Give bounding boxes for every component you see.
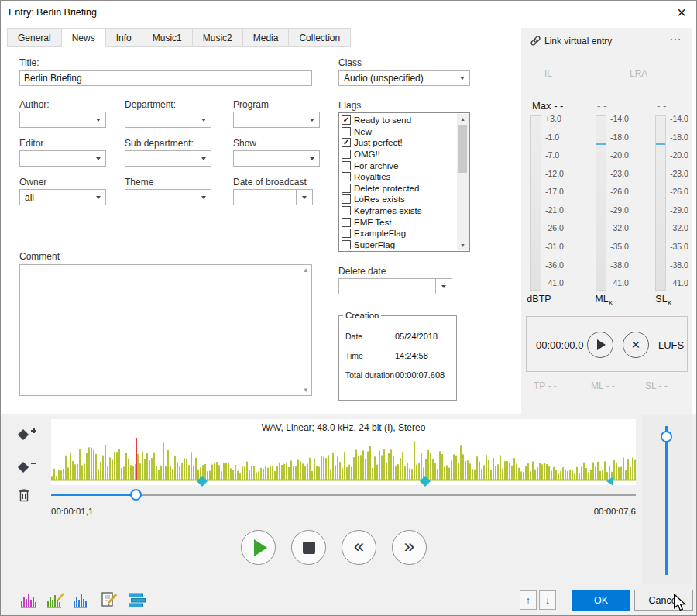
field-program: Program <box>233 99 335 128</box>
skip-back-button[interactable]: « <box>342 530 376 565</box>
waveform-magenta-icon[interactable] <box>19 590 39 611</box>
flag-item-royalties[interactable]: Royalties <box>342 171 456 183</box>
delete-date-dropdown-button[interactable] <box>436 278 452 294</box>
playhead-marker[interactable] <box>136 438 137 480</box>
field-combo-program[interactable] <box>233 112 320 128</box>
chevron-down-icon <box>96 157 101 160</box>
checkbox-unchecked[interactable] <box>342 240 351 249</box>
footer-bar: ↑ ↓ OK Cancel <box>1 586 697 616</box>
move-down-button[interactable]: ↓ <box>539 590 556 610</box>
scroll-down-icon[interactable]: ▼ <box>303 387 309 394</box>
field-label-program: Program <box>233 99 335 112</box>
scroll-down-icon[interactable]: ▼ <box>457 240 469 250</box>
field-combo-editor[interactable] <box>19 150 106 167</box>
edit-text-icon[interactable] <box>100 590 120 611</box>
checkbox-unchecked[interactable] <box>342 194 351 204</box>
scroll-up-icon[interactable]: ▲ <box>457 114 469 124</box>
flag-item-just-perfect[interactable]: ✓Just perfect! <box>342 137 456 149</box>
trash-icon <box>18 488 30 502</box>
checkbox-unchecked[interactable] <box>342 184 351 193</box>
ok-button[interactable]: OK <box>572 590 630 611</box>
field-input-date-of-broadcast[interactable] <box>233 189 297 205</box>
waveform-blue-icon[interactable] <box>72 590 92 611</box>
flags-label: Flags <box>338 100 361 111</box>
field-label-sub-department: Sub department: <box>125 138 227 150</box>
field-dropdown-button-date-of-broadcast[interactable] <box>297 189 313 205</box>
more-menu-icon[interactable]: … <box>669 29 682 43</box>
sl-value: SL - - <box>645 380 668 391</box>
delete-markers-button[interactable] <box>18 488 41 504</box>
checkbox-unchecked[interactable] <box>342 161 351 170</box>
ml-value: ML - - <box>591 380 615 391</box>
plus-icon <box>31 428 37 434</box>
meter-unit-label: SLK <box>649 294 678 307</box>
field-combo-show[interactable] <box>233 150 320 167</box>
move-up-button[interactable]: ↑ <box>520 590 537 610</box>
scroll-up-icon[interactable]: ▲ <box>303 267 309 274</box>
flag-item-emf-test[interactable]: EMF Test <box>342 216 456 228</box>
flag-item-keyframes-exists[interactable]: Keyframes exists <box>342 205 456 217</box>
delete-date-input[interactable] <box>338 278 436 294</box>
position-slider[interactable] <box>51 489 636 501</box>
creation-row-label: Total duration <box>345 370 395 380</box>
flags-scrollbar[interactable]: ▲ ▼ <box>457 114 469 250</box>
flag-label: New <box>354 127 372 136</box>
remove-marker-button[interactable] <box>18 460 41 474</box>
tab-general[interactable]: General <box>7 28 62 47</box>
slider-thumb[interactable] <box>130 489 142 501</box>
chevron-down-icon <box>96 196 101 199</box>
flag-item-ready-to-send[interactable]: ✓Ready to send <box>342 115 456 126</box>
checkbox-checked[interactable]: ✓ <box>342 138 351 147</box>
meter-tick: -36.0 <box>545 260 564 270</box>
skip-forward-button[interactable]: » <box>392 530 427 565</box>
checkbox-unchecked[interactable] <box>342 206 351 215</box>
field-combo-theme[interactable] <box>125 189 211 205</box>
add-marker-button[interactable] <box>18 428 41 442</box>
checkbox-unchecked[interactable] <box>342 172 351 181</box>
field-combo-owner[interactable]: all <box>19 189 106 205</box>
scrollbar-thumb[interactable] <box>458 125 467 173</box>
flag-item-delete-protected[interactable]: Delete protected <box>342 183 456 194</box>
flag-item-omg[interactable]: OMG!! <box>342 149 456 160</box>
waveform-display[interactable]: WAV, Linear; 48.0 kHz, 24 bit (I), Stere… <box>51 419 636 485</box>
checkbox-unchecked[interactable] <box>342 127 351 136</box>
comment-input[interactable] <box>19 264 312 396</box>
volume-slider-thumb[interactable] <box>661 431 672 442</box>
close-icon[interactable]: × <box>671 2 692 22</box>
class-combo[interactable]: Audio (unspecified) <box>338 70 470 86</box>
chevron-down-icon <box>96 119 101 122</box>
stop-button[interactable] <box>291 530 326 565</box>
field-combo-sub-department[interactable] <box>125 150 211 167</box>
tab-collection[interactable]: Collection <box>289 28 351 47</box>
link-virtual-entry-label[interactable]: Link virtual entry <box>544 36 612 46</box>
creation-row-value: 00:00:07.608 <box>395 370 445 380</box>
tab-info[interactable]: Info <box>106 28 142 47</box>
measure-cancel-button[interactable]: × <box>623 332 649 358</box>
play-button[interactable] <box>241 530 276 565</box>
checkbox-unchecked[interactable] <box>342 150 351 159</box>
tab-news[interactable]: News <box>62 28 106 47</box>
flag-item-for-archive[interactable]: For archive <box>342 160 456 171</box>
field-combo-department[interactable] <box>125 112 211 128</box>
tab-music2[interactable]: Music2 <box>193 28 243 47</box>
title-input[interactable] <box>19 70 312 86</box>
measure-play-button[interactable] <box>587 332 613 358</box>
chevron-down-icon <box>201 196 206 199</box>
meter-tick: -23.0 <box>670 169 688 178</box>
volume-slider-track[interactable] <box>665 426 668 575</box>
layers-icon[interactable] <box>127 590 147 611</box>
waveform-green-icon[interactable] <box>46 590 66 611</box>
flag-item-lores-exists[interactable]: LoRes exists <box>342 194 456 205</box>
tab-music1[interactable]: Music1 <box>142 28 193 47</box>
total-time-label: 00:00:07,6 <box>543 507 636 516</box>
tab-media[interactable]: Media <box>243 28 290 47</box>
flag-item-superflag[interactable]: SuperFlag <box>342 239 456 251</box>
end-marker-triangle[interactable] <box>606 477 613 486</box>
flag-item-new[interactable]: New <box>342 126 456 138</box>
field-combo-author[interactable] <box>19 112 106 128</box>
checkbox-unchecked[interactable] <box>342 218 351 227</box>
tp-value: TP - - <box>534 380 557 391</box>
checkbox-checked[interactable]: ✓ <box>342 115 351 125</box>
checkbox-unchecked[interactable] <box>342 229 351 238</box>
flag-item-exampleflag[interactable]: ExampleFlag <box>342 228 456 239</box>
